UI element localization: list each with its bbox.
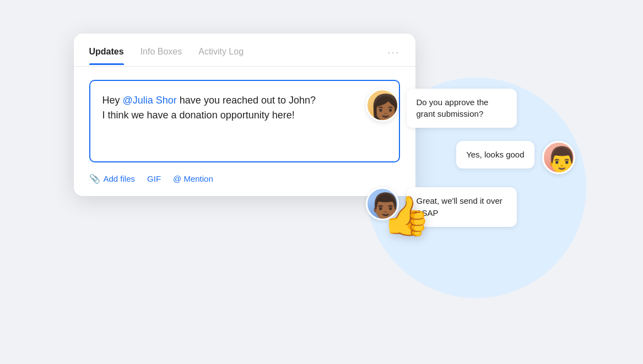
message-prefix: Hey <box>102 95 123 106</box>
tabs-bar: Updates Info Boxes Activity Log ··· <box>74 34 415 67</box>
message-line2: I think we have a donation opportunity h… <box>102 110 295 121</box>
avatar-2 <box>542 141 575 174</box>
tab-updates[interactable]: Updates <box>89 47 124 64</box>
message-textbox[interactable]: Hey @Julia Shor have you reached out to … <box>89 80 400 162</box>
add-files-label: Add files <box>104 174 136 183</box>
gif-label: GIF <box>147 174 161 183</box>
message-toolbar: 📎 Add files GIF @ Mention <box>89 172 400 185</box>
gif-button[interactable]: GIF <box>147 174 161 183</box>
chat-row-1: Do you approve the grant submission? <box>366 89 575 128</box>
chat-row-2: Yes, looks good <box>366 141 575 174</box>
mention-label: @ Mention <box>173 174 213 183</box>
mention-tag[interactable]: @Julia Shor <box>123 95 177 106</box>
card-body: Hey @Julia Shor have you reached out to … <box>74 67 415 196</box>
thumbs-up-icon: 👍 <box>382 193 430 238</box>
avatar-1 <box>366 89 399 122</box>
tabs-more-button[interactable]: ··· <box>387 46 400 66</box>
tab-info-boxes[interactable]: Info Boxes <box>141 47 182 64</box>
add-files-button[interactable]: 📎 Add files <box>89 173 136 184</box>
main-card: Updates Info Boxes Activity Log ··· Hey … <box>74 34 415 196</box>
message-suffix-line1: have you reached out to John? <box>177 95 316 106</box>
mention-button[interactable]: @ Mention <box>173 174 213 183</box>
chat-bubble-1: Do you approve the grant submission? <box>407 89 517 128</box>
tab-activity-log[interactable]: Activity Log <box>198 47 244 64</box>
paperclip-icon: 📎 <box>89 173 100 184</box>
chat-bubble-2: Yes, looks good <box>456 141 534 169</box>
scene: Updates Info Boxes Activity Log ··· Hey … <box>74 23 570 342</box>
